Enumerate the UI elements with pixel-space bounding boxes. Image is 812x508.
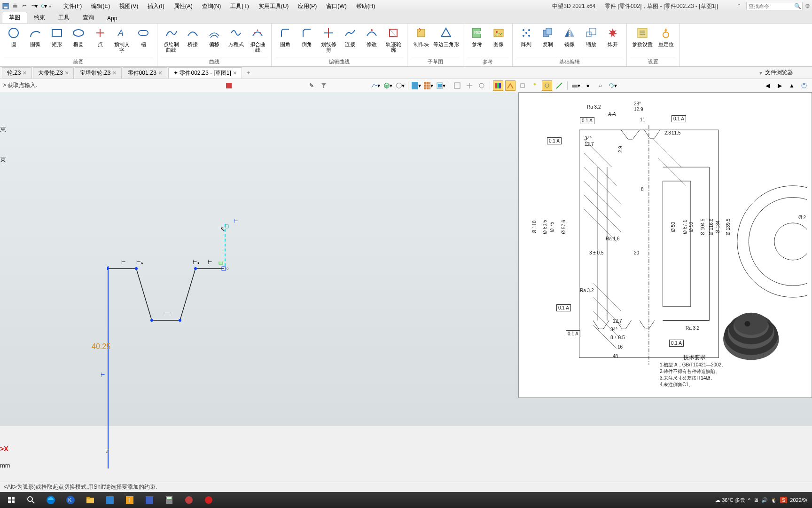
undo-icon[interactable] bbox=[21, 2, 28, 10]
tool-scale[interactable]: 缩放 bbox=[581, 24, 601, 47]
snap-active2-icon[interactable] bbox=[505, 80, 515, 91]
tab-app[interactable]: App bbox=[101, 14, 124, 23]
close-icon[interactable]: × bbox=[23, 69, 26, 77]
snap-active1-icon[interactable] bbox=[493, 80, 503, 91]
qat-dropdown-icon[interactable]: ▾ bbox=[49, 4, 51, 9]
menu-edit[interactable]: 编辑(E) bbox=[88, 1, 113, 11]
snap3-icon[interactable] bbox=[476, 80, 487, 91]
filter-icon[interactable] bbox=[319, 80, 329, 91]
blackdot-icon[interactable]: ● bbox=[583, 80, 593, 91]
accept-icon[interactable] bbox=[224, 80, 234, 91]
menu-file[interactable]: 文件(F) bbox=[61, 1, 85, 11]
nav1-icon[interactable]: ◀ bbox=[762, 80, 773, 91]
dropdown-icon[interactable]: ▾ bbox=[759, 70, 762, 76]
collapse-up-icon[interactable]: ⌃ bbox=[737, 3, 742, 9]
menu-attr[interactable]: 属性(A) bbox=[171, 1, 195, 11]
menu-window[interactable]: 窗口(W) bbox=[323, 1, 349, 11]
menu-view[interactable]: 视图(V) bbox=[117, 1, 141, 11]
tool-copy[interactable]: 复制 bbox=[538, 24, 558, 47]
taskbar-edge-icon[interactable] bbox=[41, 493, 60, 507]
tool-connect[interactable]: 连接 bbox=[340, 24, 360, 47]
doc-tab-2[interactable]: 宝塔带轮.Z3× bbox=[75, 67, 122, 79]
doc-tab-4[interactable]: ✦ 零件002.Z3 - [草图1]× bbox=[168, 67, 242, 79]
tray-date[interactable]: 2022/9/ bbox=[790, 497, 807, 503]
color-icon[interactable]: ▾ bbox=[411, 80, 422, 91]
menu-query[interactable]: 查询(N) bbox=[199, 1, 224, 11]
cube-icon[interactable]: ▾ bbox=[383, 80, 393, 91]
tool-params[interactable]: 参数设置 bbox=[631, 24, 654, 47]
snap1-icon[interactable] bbox=[452, 80, 462, 91]
layer-icon[interactable]: ▾ bbox=[436, 80, 446, 91]
nav4-icon[interactable] bbox=[799, 80, 809, 91]
tool-reposition[interactable]: 重定位 bbox=[656, 24, 676, 47]
menu-tools[interactable]: 工具(T) bbox=[227, 1, 251, 11]
tool-pattern[interactable]: 阵列 bbox=[516, 24, 536, 47]
tool-fillet[interactable]: 圆角 bbox=[275, 24, 295, 47]
taskbar-app2-icon[interactable] bbox=[101, 493, 119, 507]
reference-image[interactable]: A-A 38° 12.9 11 Ra 3.2 34° 12.7 2.8 11.5… bbox=[518, 92, 812, 398]
doc-tab-3[interactable]: 零件001.Z3× bbox=[123, 67, 168, 79]
close-icon[interactable]: × bbox=[158, 69, 162, 77]
snap4-icon[interactable] bbox=[517, 80, 528, 91]
taskbar-calc-icon[interactable] bbox=[160, 493, 179, 507]
menu-insert[interactable]: 插入(I) bbox=[145, 1, 167, 11]
tool-mirror[interactable]: 镜像 bbox=[560, 24, 579, 47]
tool-spline[interactable]: 点绘制曲线 bbox=[161, 24, 181, 53]
nav2-icon[interactable]: ▶ bbox=[774, 80, 785, 91]
nav3-icon[interactable]: ▲ bbox=[787, 80, 797, 91]
tool-arc[interactable]: 圆弧 bbox=[25, 24, 45, 47]
print-icon[interactable] bbox=[11, 2, 19, 10]
taskbar-app5-icon[interactable] bbox=[180, 493, 198, 507]
tool-image[interactable]: 图像 bbox=[489, 24, 508, 47]
tray-volume-icon[interactable]: 🔊 bbox=[761, 497, 768, 503]
tool-text[interactable]: A预制文字 bbox=[112, 24, 132, 53]
new-tab-icon[interactable]: + bbox=[243, 68, 254, 78]
tray-chevron-icon[interactable]: ^ bbox=[748, 497, 750, 503]
tray-penguin-icon[interactable]: 🐧 bbox=[771, 497, 777, 503]
tray-ime-icon[interactable]: S bbox=[780, 497, 787, 503]
menu-app[interactable]: 应用(P) bbox=[295, 1, 320, 11]
taskbar-search-icon[interactable] bbox=[22, 493, 40, 507]
tool-circle[interactable]: 圆 bbox=[4, 24, 23, 47]
wireframe-icon[interactable]: ▾ bbox=[395, 80, 405, 91]
tool-reference[interactable]: REF参考 bbox=[467, 24, 487, 47]
tab-tools[interactable]: 工具 bbox=[52, 12, 76, 23]
tool-rect[interactable]: 矩形 bbox=[47, 24, 67, 47]
redo-icon[interactable]: ▾ bbox=[30, 2, 38, 10]
refresh-icon[interactable]: ▾ bbox=[607, 80, 617, 91]
tab-constraint[interactable]: 约束 bbox=[27, 12, 52, 23]
close-icon[interactable]: × bbox=[112, 69, 116, 77]
tool-slot[interactable]: 槽 bbox=[133, 24, 153, 47]
tool-bridge[interactable]: 桥接 bbox=[183, 24, 203, 47]
tool-offset[interactable]: 偏移 bbox=[204, 24, 224, 47]
display-icon[interactable]: ▾ bbox=[570, 80, 581, 91]
close-icon[interactable]: × bbox=[233, 69, 237, 77]
snap2-icon[interactable] bbox=[464, 80, 475, 91]
tool-makeblock[interactable]: 制作块 bbox=[411, 24, 431, 47]
close-icon[interactable]: × bbox=[65, 69, 69, 77]
tool-explode[interactable]: 炸开 bbox=[603, 24, 623, 47]
cursor-icon[interactable]: ▾ bbox=[39, 2, 47, 10]
tool-chamfer[interactable]: 倒角 bbox=[297, 24, 317, 47]
taskbar-home-icon[interactable] bbox=[2, 493, 21, 507]
tool-equation[interactable]: 方程式 bbox=[226, 24, 246, 47]
dimension-text[interactable]: 40.25 bbox=[92, 342, 110, 351]
view1-icon[interactable]: ▾ bbox=[370, 80, 381, 91]
taskbar-app4-icon[interactable] bbox=[140, 493, 159, 507]
taskbar-record-icon[interactable] bbox=[199, 493, 218, 507]
edit-icon[interactable]: ✎ bbox=[306, 80, 317, 91]
save-icon[interactable] bbox=[2, 2, 9, 10]
gear-icon[interactable]: ⚙ bbox=[805, 3, 810, 9]
search-icon[interactable]: 🔍 bbox=[794, 3, 801, 9]
taskbar-explorer-icon[interactable] bbox=[81, 493, 100, 507]
tool-ellipse[interactable]: 椭圆 bbox=[69, 24, 88, 47]
tool-fit[interactable]: 拟合曲线 bbox=[248, 24, 267, 53]
doc-tab-1[interactable]: 大带轮.Z3× bbox=[33, 67, 74, 79]
tray-monitor-icon[interactable]: 🖥 bbox=[753, 497, 758, 503]
doc-tab-0[interactable]: 轮.Z3× bbox=[2, 67, 32, 79]
snap6-icon[interactable] bbox=[554, 80, 564, 91]
tool-trace[interactable]: 轨迹轮廓 bbox=[383, 24, 403, 53]
tab-sketch[interactable]: 草图 bbox=[2, 12, 27, 23]
weather-widget[interactable]: ☁ 36°C 多云 bbox=[715, 497, 745, 504]
sketch-canvas[interactable]: 束 束 ↖▢ ⊢ ⊢₁ ⊢₁ ⊢ — 40.25 ⊢ ⊢ >X Z mm bbox=[0, 92, 357, 426]
